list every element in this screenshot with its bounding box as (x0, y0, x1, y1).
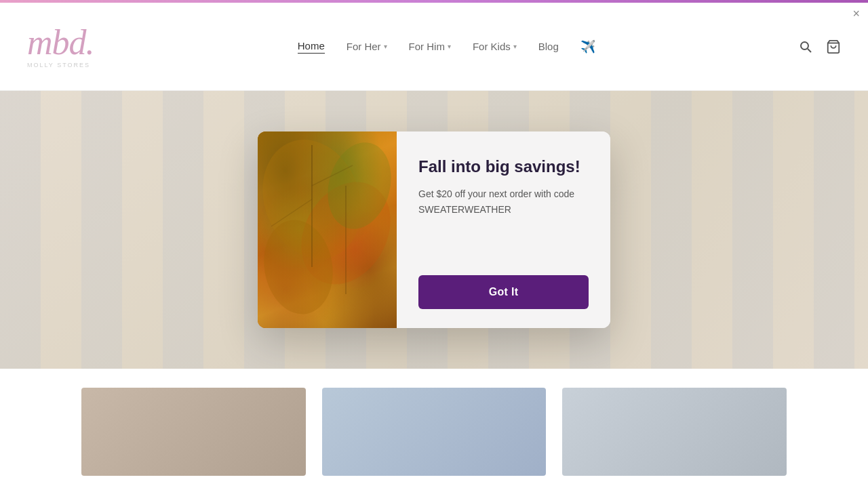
logo: mbd. MOLLY STORES (27, 25, 94, 68)
chevron-down-icon: ▾ (448, 43, 451, 50)
nav-for-her[interactable]: For Her ▾ (347, 41, 387, 52)
nav-for-him[interactable]: For Him ▾ (409, 41, 451, 52)
svg-line-1 (808, 49, 811, 52)
modal-dialog: Fall into big savings! Get $20 off your … (258, 131, 610, 328)
chevron-down-icon: ▾ (384, 43, 387, 50)
main-nav: Home For Her ▾ For Him ▾ For Kids ▾ Blog… (298, 39, 595, 54)
got-it-button[interactable]: Got It (418, 275, 589, 309)
hero-section: Happ...eans. × (0, 91, 868, 369)
cart-button[interactable] (826, 39, 841, 54)
modal-overlay: × (0, 91, 868, 369)
promo-code: SWEATERWEATHER (418, 204, 511, 215)
modal-body-text: Get $20 off your next order with code (418, 188, 574, 199)
nav-home[interactable]: Home (298, 40, 325, 54)
product-thumb-3[interactable] (562, 388, 787, 476)
product-thumbnails-section (0, 369, 868, 488)
page-body: Happ...eans. × (0, 91, 868, 488)
nav-blog[interactable]: Blog (538, 41, 559, 52)
leaf-svg (258, 131, 397, 328)
search-button[interactable] (799, 40, 812, 54)
logo-text: mbd. (27, 25, 94, 60)
plane-icon: ✈️ (580, 39, 595, 54)
logo-subtitle: MOLLY STORES (27, 62, 90, 68)
search-icon (799, 40, 812, 54)
modal-body: Get $20 off your next order with code SW… (418, 186, 589, 217)
modal-content: Fall into big savings! Get $20 off your … (397, 131, 610, 328)
nav-for-kids[interactable]: For Kids ▾ (473, 41, 517, 52)
product-thumb-2[interactable] (322, 388, 547, 476)
modal-title: Fall into big savings! (418, 156, 589, 177)
modal-text-area: Fall into big savings! Get $20 off your … (418, 156, 589, 217)
chevron-down-icon: ▾ (513, 43, 517, 50)
svg-point-0 (801, 42, 808, 49)
cart-icon (826, 39, 841, 54)
modal-image (258, 131, 397, 328)
site-header: mbd. MOLLY STORES Home For Her ▾ For Him… (0, 3, 868, 91)
header-icons (799, 39, 841, 54)
product-thumb-1[interactable] (81, 388, 306, 476)
